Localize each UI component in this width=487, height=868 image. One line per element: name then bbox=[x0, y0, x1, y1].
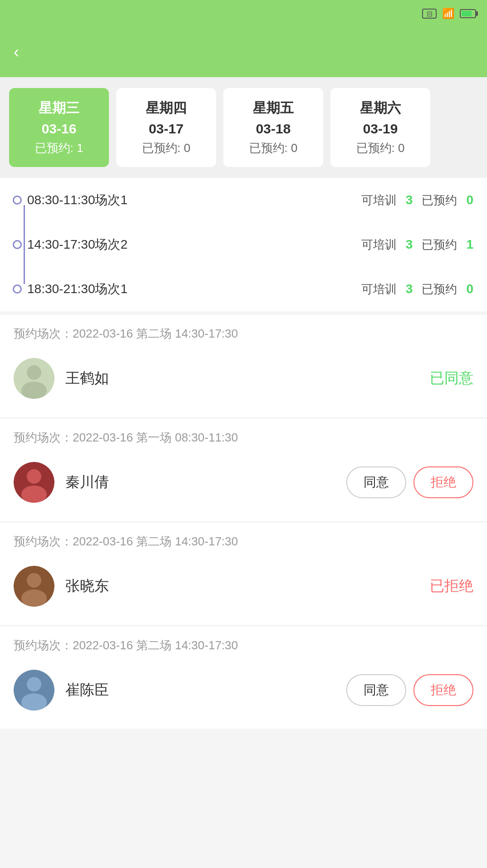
user-name: 王鹤如 bbox=[65, 368, 430, 388]
session-train-label: 可培训 bbox=[361, 192, 397, 208]
session-booked-label: 已预约 bbox=[422, 192, 457, 208]
status-rejected: 已拒绝 bbox=[430, 576, 473, 596]
wifi-icon: 📶 bbox=[442, 8, 454, 20]
user-name: 崔陈臣 bbox=[65, 680, 346, 700]
day-selector: 星期三 03-16 已预约: 1 星期四 03-17 已预约: 0 星期五 03… bbox=[0, 77, 487, 178]
svg-point-10 bbox=[27, 677, 41, 691]
user-avatar-0 bbox=[14, 358, 54, 399]
session-train-count: 3 bbox=[406, 282, 413, 296]
day-card-0[interactable]: 星期三 03-16 已预约: 1 bbox=[9, 88, 109, 167]
session-list: 08:30-11:30场次1 可培训 3 已预约 0 14:30-17:30场次… bbox=[0, 178, 487, 311]
session-train-count: 3 bbox=[406, 237, 413, 252]
day-booked: 已预约: 1 bbox=[16, 140, 102, 156]
day-booked: 已预约: 0 bbox=[123, 140, 209, 156]
day-card-2[interactable]: 星期五 03-18 已预约: 0 bbox=[223, 88, 323, 167]
status-bar: ⊟ 📶 bbox=[0, 0, 487, 27]
status-agreed: 已同意 bbox=[430, 368, 473, 388]
session-item-1[interactable]: 14:30-17:30场次2 可培训 3 已预约 1 bbox=[27, 236, 473, 253]
booking-section-1: 预约场次：2022-03-16 第一场 08:30-11:30 秦川倩 同意 拒… bbox=[0, 419, 487, 521]
session-train-label: 可培训 bbox=[361, 281, 397, 297]
booking-container: 预约场次：2022-03-16 第二场 14:30-17:30 王鹤如 已同意 … bbox=[0, 315, 487, 729]
header: ‹ bbox=[0, 27, 487, 77]
day-name: 星期五 bbox=[231, 99, 316, 118]
session-info: 可培训 3 已预约 0 bbox=[361, 281, 473, 297]
session-item-2[interactable]: 18:30-21:30场次1 可培训 3 已预约 0 bbox=[27, 280, 473, 298]
day-name: 星期四 bbox=[123, 99, 209, 118]
session-info: 可培训 3 已预约 0 bbox=[361, 192, 473, 208]
session-booked-label: 已预约 bbox=[422, 281, 457, 297]
booking-item: 崔陈臣 同意 拒绝 bbox=[14, 662, 473, 718]
day-date: 03-17 bbox=[123, 121, 209, 137]
session-time: 18:30-21:30场次1 bbox=[27, 280, 361, 298]
session-booked-count: 0 bbox=[466, 193, 473, 207]
user-avatar-1 bbox=[14, 462, 54, 503]
user-name: 张晓东 bbox=[65, 576, 430, 596]
timeline-dot bbox=[13, 240, 22, 249]
screen-icon: ⊟ bbox=[422, 9, 437, 19]
booking-section-2: 预约场次：2022-03-16 第二场 14:30-17:30 张晓东 已拒绝 bbox=[0, 523, 487, 625]
booking-section-0: 预约场次：2022-03-16 第二场 14:30-17:30 王鹤如 已同意 bbox=[0, 315, 487, 417]
booking-section-3: 预约场次：2022-03-16 第二场 14:30-17:30 崔陈臣 同意 拒… bbox=[0, 627, 487, 729]
back-button[interactable]: ‹ bbox=[14, 43, 19, 62]
session-train-label: 可培训 bbox=[361, 237, 397, 253]
action-buttons: 同意 拒绝 bbox=[346, 674, 473, 706]
booking-item: 秦川倩 同意 拒绝 bbox=[14, 455, 473, 510]
session-time: 08:30-11:30场次1 bbox=[27, 191, 361, 209]
svg-point-1 bbox=[27, 365, 41, 380]
session-booked-count: 1 bbox=[466, 237, 473, 252]
session-time: 14:30-17:30场次2 bbox=[27, 236, 361, 253]
day-booked: 已预约: 0 bbox=[338, 140, 423, 156]
day-name: 星期三 bbox=[16, 99, 102, 118]
session-train-count: 3 bbox=[406, 193, 413, 207]
action-buttons: 同意 拒绝 bbox=[346, 466, 473, 498]
booking-date-label: 预约场次：2022-03-16 第二场 14:30-17:30 bbox=[14, 534, 473, 549]
status-icons: ⊟ 📶 bbox=[422, 8, 476, 20]
battery-icon bbox=[460, 9, 476, 18]
day-card-1[interactable]: 星期四 03-17 已预约: 0 bbox=[116, 88, 216, 167]
svg-point-4 bbox=[27, 469, 41, 484]
booking-item: 王鹤如 已同意 bbox=[14, 351, 473, 406]
booking-date-label: 预约场次：2022-03-16 第一场 08:30-11:30 bbox=[14, 430, 473, 446]
user-avatar-3 bbox=[14, 670, 54, 711]
day-date: 03-19 bbox=[338, 121, 423, 137]
session-booked-label: 已预约 bbox=[422, 237, 457, 253]
day-booked: 已预约: 0 bbox=[231, 140, 316, 156]
day-card-3[interactable]: 星期六 03-19 已预约: 0 bbox=[330, 88, 430, 167]
agree-button[interactable]: 同意 bbox=[346, 674, 406, 706]
agree-button[interactable]: 同意 bbox=[346, 466, 406, 498]
svg-point-7 bbox=[27, 573, 41, 588]
reject-button[interactable]: 拒绝 bbox=[413, 674, 473, 706]
day-name: 星期六 bbox=[338, 99, 423, 118]
user-avatar-2 bbox=[14, 566, 54, 607]
timeline-line bbox=[24, 205, 25, 284]
timeline-dot bbox=[13, 284, 22, 294]
timeline-dot bbox=[13, 196, 22, 205]
session-item-0[interactable]: 08:30-11:30场次1 可培训 3 已预约 0 bbox=[27, 191, 473, 209]
reject-button[interactable]: 拒绝 bbox=[413, 466, 473, 498]
booking-date-label: 预约场次：2022-03-16 第二场 14:30-17:30 bbox=[14, 638, 473, 653]
booking-item: 张晓东 已拒绝 bbox=[14, 559, 473, 614]
user-name: 秦川倩 bbox=[65, 472, 346, 492]
session-info: 可培训 3 已预约 1 bbox=[361, 237, 473, 253]
day-date: 03-16 bbox=[16, 121, 102, 137]
session-booked-count: 0 bbox=[466, 282, 473, 296]
booking-date-label: 预约场次：2022-03-16 第二场 14:30-17:30 bbox=[14, 326, 473, 342]
day-date: 03-18 bbox=[231, 121, 316, 137]
